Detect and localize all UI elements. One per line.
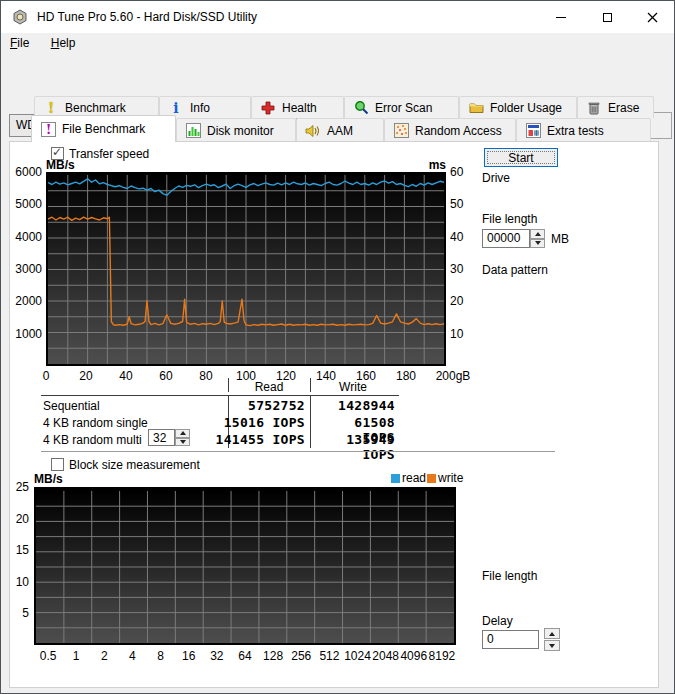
tick-label: 40 <box>450 230 474 244</box>
toolbar: WDS100T1X0E-00AFY0 (1000 gB) -- °C <box>1 55 674 92</box>
tab-label: AAM <box>327 124 353 138</box>
magnifier-icon <box>353 100 369 116</box>
table-separator <box>310 378 311 392</box>
app-window: HD Tune Pro 5.60 - Hard Disk/SSD Utility… <box>0 0 675 694</box>
window-title: HD Tune Pro 5.60 - Hard Disk/SSD Utility <box>37 1 257 33</box>
tick-label: 10 <box>450 327 474 341</box>
tab-erase[interactable]: Erase <box>577 96 654 118</box>
delay-spinner[interactable] <box>544 628 560 651</box>
tick-label: 0 <box>24 369 68 383</box>
trash-icon <box>586 100 602 116</box>
benchmark-icon: ! <box>43 100 59 116</box>
start-button[interactable]: Start <box>484 148 558 167</box>
svg-text:!: ! <box>45 122 51 137</box>
arrow-down-icon <box>535 241 541 245</box>
maximize-button[interactable] <box>584 1 630 33</box>
tab-file-benchmark[interactable]: ! File Benchmark <box>31 115 176 142</box>
tick-label: 20 <box>450 294 474 308</box>
block-size-chart <box>34 487 456 645</box>
result-row-label: 4 KB random multi <box>43 433 142 447</box>
info-icon: i <box>168 100 184 116</box>
random-multi-read-value: 141455 IOPS <box>191 432 305 447</box>
speaker-icon <box>305 123 321 139</box>
tab-error-scan[interactable]: Error Scan <box>344 96 459 118</box>
block-chart-ylabel: MB/s <box>34 472 63 486</box>
tab-label: Folder Usage <box>490 101 562 115</box>
random-single-read-value: 15016 IOPS <box>141 415 305 430</box>
tick-label: 10 <box>9 575 29 589</box>
tab-label: File Benchmark <box>62 122 145 136</box>
table-separator <box>310 395 311 448</box>
spin-down-button[interactable] <box>530 239 545 249</box>
titlebar: HD Tune Pro 5.60 - Hard Disk/SSD Utility <box>1 1 674 33</box>
tab-label: Erase <box>608 101 639 115</box>
delay-input[interactable]: 0 <box>482 630 539 649</box>
section-divider <box>41 451 555 452</box>
spin-up-button[interactable] <box>175 429 190 438</box>
transfer-speed-label: Transfer speed <box>69 147 149 161</box>
tick-label: 5 <box>9 606 29 620</box>
tab-label: Random Access <box>415 124 502 138</box>
result-row-label: Sequential <box>43 399 100 413</box>
close-icon <box>647 12 658 23</box>
spin-down-button[interactable] <box>544 640 560 651</box>
tick-label: 30 <box>450 262 474 276</box>
extra-tests-icon <box>525 123 541 139</box>
tab-disk-monitor[interactable]: Disk monitor <box>176 118 296 142</box>
queue-depth-input[interactable]: 32 <box>148 429 175 446</box>
tab-health[interactable]: Health <box>251 96 344 118</box>
transfer-speed-plot <box>48 175 444 364</box>
tab-random-access[interactable]: Random Access <box>384 118 516 142</box>
tick-label: 20 <box>64 369 108 383</box>
queue-depth-spinner[interactable] <box>175 429 190 446</box>
minimize-button[interactable] <box>538 1 584 33</box>
arrow-up-icon <box>549 632 555 636</box>
tab-aam[interactable]: AAM <box>296 118 384 142</box>
spin-up-button[interactable] <box>544 628 560 639</box>
arrow-up-icon <box>535 232 541 236</box>
tab-row-2: ! File Benchmark Disk monitor AAM Random… <box>31 118 654 142</box>
menu-file[interactable]: File <box>1 33 38 55</box>
file-length-spinner[interactable] <box>530 229 545 248</box>
bar-chart-icon <box>185 123 201 139</box>
tab-extra-tests[interactable]: Extra tests <box>516 118 651 142</box>
tab-folder-usage[interactable]: Folder Usage <box>459 96 577 118</box>
tick-label: 1000 <box>13 327 42 341</box>
tab-label: Benchmark <box>65 101 126 115</box>
block-size-checkbox[interactable] <box>51 458 64 471</box>
menu-help[interactable]: Help <box>42 33 85 55</box>
data-pattern-label: Data pattern <box>482 263 548 277</box>
minimize-icon <box>556 17 566 18</box>
tab-label: Info <box>190 101 210 115</box>
file-length2-label: File length <box>482 569 537 583</box>
tick-label: 3000 <box>13 262 42 276</box>
tick-label: 5000 <box>13 197 42 211</box>
menubar: File Help <box>1 33 674 55</box>
write-legend-label: write <box>438 471 463 485</box>
tick-label: 4000 <box>13 230 42 244</box>
write-legend-swatch <box>427 474 436 483</box>
spin-up-button[interactable] <box>530 229 545 239</box>
tab-label: Extra tests <box>547 124 604 138</box>
start-label: Start <box>487 151 555 164</box>
tick-label: 25 <box>9 480 29 494</box>
scatter-dots-icon <box>393 123 409 139</box>
file-length-input[interactable]: 00000 <box>482 229 530 248</box>
main-chart-y2label: ms <box>426 158 446 172</box>
write-column-header: Write <box>315 380 391 394</box>
random-multi-write-value: 135949 IOPS <box>315 432 395 462</box>
file-length-unit: MB <box>551 232 569 246</box>
table-top-rule <box>41 395 399 396</box>
block-size-plot <box>36 491 454 643</box>
read-legend-swatch <box>391 474 400 483</box>
close-button[interactable] <box>629 1 675 33</box>
spin-down-button[interactable] <box>175 438 190 447</box>
tick-label: 60 <box>144 369 188 383</box>
tick-label: 8192 <box>425 649 459 663</box>
tab-label: Error Scan <box>375 101 432 115</box>
drive-label: Drive <box>482 171 510 185</box>
tick-label: 200gB <box>424 369 482 383</box>
block-size-label: Block size measurement <box>69 458 200 472</box>
transfer-speed-chart <box>46 172 446 366</box>
tab-label: Health <box>282 101 317 115</box>
